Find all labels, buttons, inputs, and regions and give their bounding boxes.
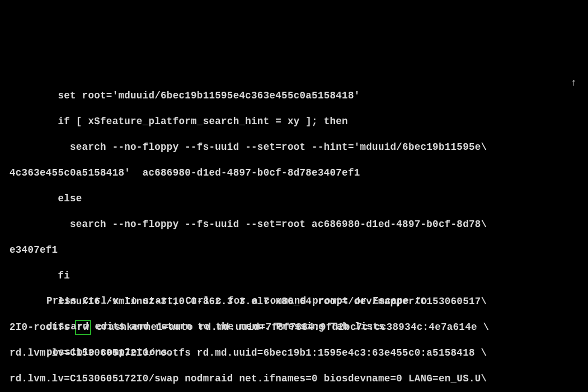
grub-line: if [ x$feature_platform_search_hint = xy… bbox=[10, 115, 578, 128]
grub-line: 4c363e455c0a5158418' ac686980-d1ed-4897-… bbox=[10, 167, 578, 180]
instruction-line: discard edits and return to the menu. Pr… bbox=[46, 320, 427, 333]
instruction-line: possible completions. bbox=[46, 346, 427, 359]
grub-line: search --no-floppy --fs-uuid --set=root … bbox=[10, 141, 578, 154]
grub-line: else bbox=[10, 192, 578, 205]
grub-line: e3407ef1 bbox=[10, 244, 578, 257]
grub-line: fi bbox=[10, 270, 578, 282]
grub-edit-screen[interactable]: ↑ set root='mduuid/6bec19b11595e4c363e45… bbox=[0, 0, 588, 392]
grub-line: set root='mduuid/6bec19b11595e4c363e455c… bbox=[10, 89, 578, 102]
grub-line: search --no-floppy --fs-uuid --set=root … bbox=[10, 218, 578, 231]
grub-instructions: Press Ctrl-x to start, Ctrl-c for a comm… bbox=[46, 282, 427, 385]
instruction-line: Press Ctrl-x to start, Ctrl-c for a comm… bbox=[46, 295, 427, 308]
